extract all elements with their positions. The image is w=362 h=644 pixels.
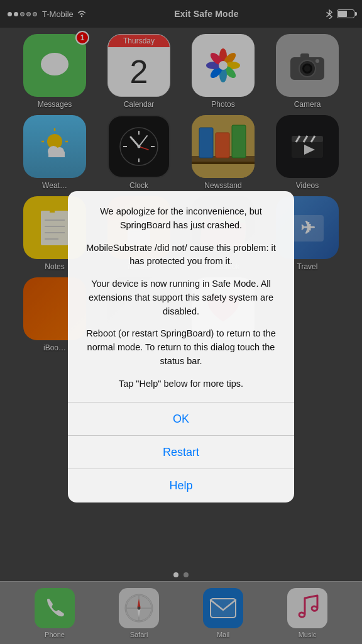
alert-message-3: Your device is now running in Safe Mode.…	[83, 277, 279, 318]
alert-message-1: We apologize for the inconvenience, but …	[83, 205, 279, 233]
alert-restart-button[interactable]: Restart	[68, 436, 294, 469]
alert-ok-button[interactable]: OK	[68, 402, 294, 436]
alert-dialog: We apologize for the inconvenience, but …	[68, 191, 294, 502]
alert-message-5: Tap "Help" below for more tips.	[83, 377, 279, 391]
alert-body: We apologize for the inconvenience, but …	[68, 191, 294, 402]
alert-message-2: MobileSubstrate /did not/ cause this pro…	[83, 241, 279, 269]
alert-message-4: Reboot (or restart SpringBoard) to retur…	[83, 327, 279, 368]
alert-help-button[interactable]: Help	[68, 469, 294, 502]
alert-buttons: OK Restart Help	[68, 402, 294, 502]
